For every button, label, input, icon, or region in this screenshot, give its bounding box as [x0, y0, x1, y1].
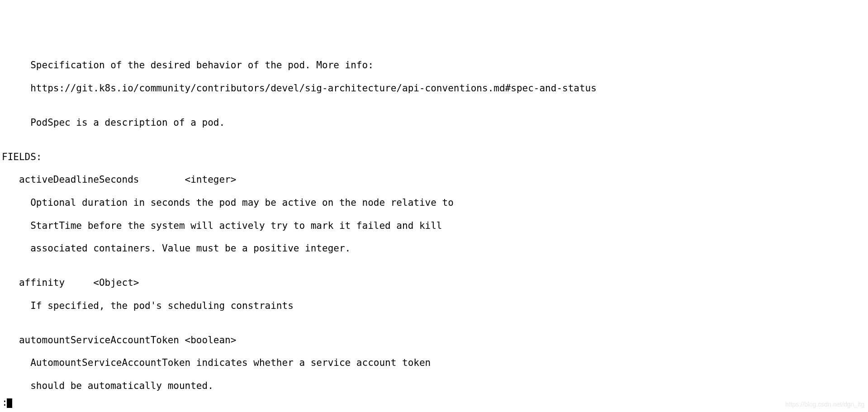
field-desc: Optional duration in seconds the pod may… [2, 197, 866, 208]
description-line: Specification of the desired behavior of… [2, 60, 866, 71]
cursor [7, 398, 12, 408]
field-header-automountServiceAccountToken: automountServiceAccountToken <boolean> [2, 335, 866, 346]
field-desc: If specified, the pod's scheduling const… [2, 300, 866, 312]
terminal-output[interactable]: Specification of the desired behavior of… [0, 46, 868, 412]
field-desc: associated containers. Value must be a p… [2, 243, 866, 254]
description-line: https://git.k8s.io/community/contributor… [2, 83, 866, 94]
field-desc: should be automatically mounted. [2, 380, 866, 392]
description-line: PodSpec is a description of a pod. [2, 117, 866, 128]
watermark: https://blog.csdn.net/dgn_itg [785, 399, 864, 410]
fields-header: FIELDS: [2, 152, 866, 163]
field-desc: StartTime before the system will activel… [2, 220, 866, 232]
field-header-activeDeadlineSeconds: activeDeadlineSeconds <integer> [2, 174, 866, 185]
field-desc: AutomountServiceAccountToken indicates w… [2, 357, 866, 369]
field-header-affinity: affinity <Object> [2, 277, 866, 289]
pager-prompt[interactable]: : [2, 397, 12, 408]
